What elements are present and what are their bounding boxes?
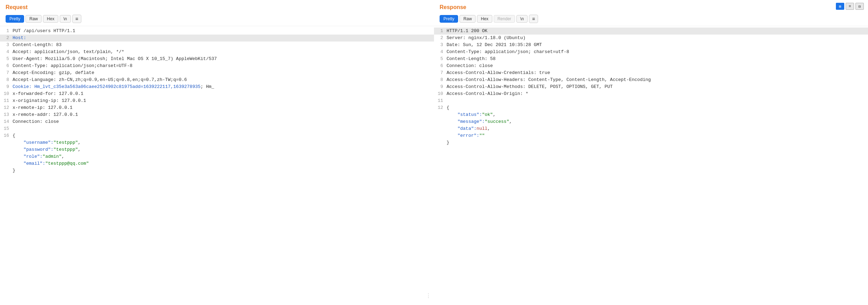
request-line-12: 12 x-remote-ip: 127.0.0.1: [0, 104, 434, 111]
request-line-17: "username":"testppp",: [0, 139, 434, 146]
request-code-area: 1 PUT /api/users HTTP/1.1 2 Host: 3 Cont…: [0, 26, 434, 305]
request-line-10: 10 x-forwarded-for: 127.0.0.1: [0, 90, 434, 97]
response-tab-pretty[interactable]: Pretty: [440, 15, 458, 23]
request-line-19: "role":"admin",: [0, 153, 434, 160]
request-line-16: 16 {: [0, 132, 434, 139]
response-tab-raw[interactable]: Raw: [459, 15, 476, 23]
response-line-17: }: [434, 139, 868, 146]
drag-handle[interactable]: ⋮: [426, 292, 431, 299]
request-line-7: 7 Accept-Encoding: gzip, deflate: [0, 69, 434, 76]
response-tab-menu[interactable]: ≡: [529, 15, 538, 23]
response-line-9: 9 Access-Control-Allow-Methods: DELETE, …: [434, 83, 868, 90]
response-tab-newline[interactable]: \n: [516, 15, 528, 23]
response-line-11: 11: [434, 97, 868, 104]
request-line-4: 4 Accept: application/json, text/plain, …: [0, 49, 434, 55]
request-title: Request: [0, 4, 434, 13]
request-line-8: 8 Accept-Language: zh-CN,zh;q=0.9,en-US;…: [0, 76, 434, 83]
response-code-area: 1 HTTP/1.1 200 OK 2 Server: nginx/1.18.0…: [434, 26, 868, 305]
response-line-2: 2 Server: nginx/1.18.0 (Ubuntu): [434, 35, 868, 42]
request-toolbar: Pretty Raw Hex \n ≡: [0, 13, 434, 26]
request-line-13: 13 x-remote-addr: 127.0.0.1: [0, 111, 434, 118]
request-line-1: 1 PUT /api/users HTTP/1.1: [0, 28, 434, 35]
request-line-6: 6 Content-Type: application/json;charset…: [0, 62, 434, 69]
request-tab-newline[interactable]: \n: [60, 15, 71, 23]
request-line-5: 5 User-Agent: Mozilla/5.0 (Macintosh; In…: [0, 55, 434, 62]
response-toolbar: Pretty Raw Hex Render \n ≡: [434, 13, 868, 26]
request-line-14: 14 Connection: close: [0, 118, 434, 125]
request-tab-hex[interactable]: Hex: [43, 15, 58, 23]
response-line-3: 3 Date: Sun, 12 Dec 2021 10:35:28 GMT: [434, 42, 868, 49]
request-line-18: "password":"testppp",: [0, 146, 434, 153]
response-tab-hex[interactable]: Hex: [477, 15, 492, 23]
request-tab-menu[interactable]: ≡: [72, 15, 81, 23]
response-title: Response: [434, 4, 868, 13]
response-line-1: 1 HTTP/1.1 200 OK: [434, 28, 868, 35]
response-line-5: 5 Content-Length: 58: [434, 55, 868, 62]
request-line-11: 11 x-originating-ip: 127.0.0.1: [0, 97, 434, 104]
request-line-3: 3 Content-Length: 83: [0, 42, 434, 49]
response-line-10: 10 Access-Control-Allow-Origin: *: [434, 90, 868, 97]
response-line-12: 12 {: [434, 104, 868, 111]
response-line-6: 6 Connection: close: [434, 62, 868, 69]
request-line-21: }: [0, 167, 434, 174]
response-tab-render: Render: [494, 15, 515, 23]
response-line-7: 7 Access-Control-Allow-Credentials: true: [434, 69, 868, 76]
response-line-14: "message":"success",: [434, 118, 868, 125]
request-line-2: 2 Host:: [0, 35, 434, 42]
response-line-16: "error":"": [434, 132, 868, 139]
request-line-15: 15: [0, 125, 434, 132]
request-tab-pretty[interactable]: Pretty: [6, 15, 24, 23]
response-line-15: "data":null,: [434, 125, 868, 132]
request-line-9: 9 Cookie: Hm_lvt_c35e3a563a06caee2524902…: [0, 83, 434, 90]
response-line-4: 4 Content-Type: application/json; charse…: [434, 49, 868, 55]
response-line-8: 8 Access-Control-Allow-Headers: Content-…: [434, 76, 868, 83]
request-line-20: "email":"testppp@qq.com": [0, 160, 434, 167]
response-line-13: "status":"ok",: [434, 111, 868, 118]
request-tab-raw[interactable]: Raw: [25, 15, 42, 23]
